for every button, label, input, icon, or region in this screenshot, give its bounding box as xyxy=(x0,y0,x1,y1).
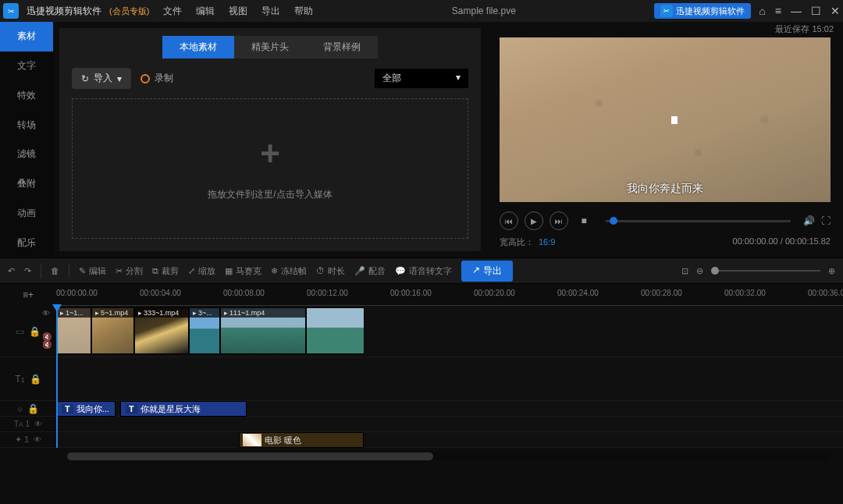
horizontal-scrollbar[interactable] xyxy=(67,453,831,460)
tab-intros[interactable]: 精美片头 xyxy=(234,36,306,59)
filter-clip[interactable]: 电影 暖色 xyxy=(239,432,364,448)
subtitle-track-body[interactable] xyxy=(56,357,843,400)
tab-backgrounds[interactable]: 背景样例 xyxy=(306,36,378,59)
aspect-ratio[interactable]: 16:9 xyxy=(539,237,555,247)
mosaic-button[interactable]: ▦ 马赛克 xyxy=(225,265,261,277)
import-button[interactable]: ↻ 导入 ▾ xyxy=(72,68,131,89)
menu-help[interactable]: 帮助 xyxy=(294,5,313,18)
cat-music[interactable]: 配乐 xyxy=(0,228,53,257)
freeze-button[interactable]: ❄ 冻结帧 xyxy=(271,265,307,277)
zoom-slider[interactable] xyxy=(711,270,820,272)
fx-track-head: ✦ 1 👁 xyxy=(0,432,56,447)
text-icon[interactable]: ⟐ xyxy=(17,403,23,414)
fit-button[interactable]: ⊡ xyxy=(681,266,688,276)
subtitle-icon[interactable]: T1 xyxy=(15,374,24,385)
category-sidebar: 素材 文字 特效 转场 滤镜 叠附 动画 配乐 xyxy=(0,22,53,257)
cat-transition[interactable]: 转场 xyxy=(0,110,53,140)
text-label-head: TA 1 👁 xyxy=(0,417,56,431)
timeline: ≡+ 00:00:00.0000:00:04.0000:00:08.0000:0… xyxy=(0,284,843,460)
play-controls: ⏮ ▶ ⏭ ■ 🔊 ⛶ xyxy=(500,211,831,230)
ruler-tick: 00:00:12.00 xyxy=(307,289,348,297)
prev-frame-button[interactable]: ⏮ xyxy=(500,211,518,230)
duration-button[interactable]: ⏱ 时长 xyxy=(316,265,345,277)
add-track-button[interactable]: ≡+ xyxy=(14,286,42,304)
update-chip[interactable]: ✂ 迅捷视频剪辑软件 xyxy=(654,3,751,19)
cat-filter[interactable]: 滤镜 xyxy=(0,140,53,169)
mute-icon[interactable]: 🔇 xyxy=(42,340,52,349)
eye-icon[interactable]: 👁 xyxy=(34,435,41,444)
video-clip[interactable]: ▸3~... xyxy=(189,307,220,354)
stt-button[interactable]: 💬 语音转文字 xyxy=(395,265,452,277)
scale-button[interactable]: ⤢ 缩放 xyxy=(188,265,215,277)
timeline-ruler[interactable]: ≡+ 00:00:00.0000:00:04.0000:00:08.0000:0… xyxy=(0,284,843,306)
subject-marker xyxy=(671,116,678,124)
progress-bar[interactable] xyxy=(606,220,791,222)
maximize-icon[interactable]: ☐ xyxy=(811,5,821,17)
video-clip[interactable] xyxy=(306,307,365,354)
ruler-tick: 00:00:04.00 xyxy=(140,289,181,297)
video-track: ▭ 🔒 👁 🔇 ▸1~1...▸5~1.mp4▸333~1.mp4▸3~...▸… xyxy=(0,306,843,357)
text-track-head: ⟐ 🔒 xyxy=(0,401,56,416)
video-clip[interactable]: ▸333~1.mp4 xyxy=(134,307,189,354)
import-row: ↻ 导入 ▾ 录制 全部 ▾ xyxy=(72,68,468,89)
filter-dropdown[interactable]: 全部 ▾ xyxy=(375,69,468,88)
home-icon[interactable]: ⌂ xyxy=(759,5,765,17)
text-track: ⟐ 🔒 T我向你...T你就是星辰大海 xyxy=(0,401,843,417)
redo-button[interactable]: ↷ xyxy=(24,266,31,276)
menu-export[interactable]: 导出 xyxy=(261,5,280,18)
close-icon[interactable]: ✕ xyxy=(831,5,840,17)
export-button[interactable]: ↗ 导出 xyxy=(461,261,513,282)
cat-overlay[interactable]: 叠附 xyxy=(0,169,53,199)
stop-button[interactable]: ■ xyxy=(574,211,593,230)
menu-edit[interactable]: 编辑 xyxy=(196,5,215,18)
play-button[interactable]: ▶ xyxy=(525,211,543,230)
tab-local[interactable]: 本地素材 xyxy=(162,36,234,59)
menu-icon[interactable]: ≡ xyxy=(775,5,781,17)
video-clip[interactable]: ▸5~1.mp4 xyxy=(91,307,134,354)
text-track-body[interactable]: T我向你...T你就是星辰大海 xyxy=(56,401,843,416)
delete-button[interactable]: 🗑 xyxy=(51,266,59,275)
zoom-thumb[interactable] xyxy=(711,267,719,275)
time-current: 00:00:00.00 xyxy=(733,236,778,246)
menu-view[interactable]: 视图 xyxy=(229,5,247,18)
subtitle-track-head: T1 🔒 👁 🔇 xyxy=(0,357,56,400)
fullscreen-icon[interactable]: ⛶ xyxy=(821,215,831,226)
video-clip[interactable]: ▸1~1... xyxy=(56,307,91,354)
ruler-tick: 00:00:36.00 xyxy=(808,289,843,297)
next-frame-button[interactable]: ⏭ xyxy=(550,211,568,230)
cat-fx[interactable]: 特效 xyxy=(0,81,53,111)
ruler-tick: 00:00:20.00 xyxy=(474,289,515,297)
volume-icon[interactable]: 🔊 xyxy=(803,215,815,226)
undo-button[interactable]: ↶ xyxy=(8,266,15,276)
dub-button[interactable]: 🎤 配音 xyxy=(354,265,386,277)
lock-icon[interactable]: 🔒 xyxy=(27,403,39,414)
mute-icon[interactable]: 🔇 xyxy=(42,332,52,341)
preview-video[interactable]: 我向你奔赴而来 xyxy=(500,37,831,202)
cat-animation[interactable]: 动画 xyxy=(0,199,53,229)
lock-icon[interactable]: 🔒 xyxy=(30,374,41,385)
scrollbar-thumb[interactable] xyxy=(67,453,433,460)
progress-thumb[interactable] xyxy=(610,217,617,225)
fx-track-body[interactable]: 电影 暖色 xyxy=(56,432,843,447)
text-clip[interactable]: T你就是星辰大海 xyxy=(120,401,247,417)
minimize-icon[interactable]: — xyxy=(791,5,802,17)
zoom-in-button[interactable]: ⊕ xyxy=(828,266,835,276)
video-clip[interactable]: ▸111~1.mp4 xyxy=(220,307,306,354)
cat-media[interactable]: 素材 xyxy=(0,22,53,51)
record-button[interactable]: 录制 xyxy=(140,72,173,85)
cat-text[interactable]: 文字 xyxy=(0,51,53,81)
video-icon[interactable]: ▭ xyxy=(16,326,24,337)
zoom-out-button[interactable]: ⊖ xyxy=(696,266,703,276)
drop-zone[interactable]: + 拖放文件到这里/点击导入媒体 xyxy=(72,98,468,239)
playhead[interactable] xyxy=(56,306,58,448)
text-clip[interactable]: T我向你... xyxy=(56,401,116,417)
split-button[interactable]: ✂ 分割 xyxy=(116,265,143,277)
timeline-toolbar: ↶ ↷ 🗑 ✎ 编辑 ✂ 分割 ⧉ 裁剪 ⤢ 缩放 ▦ 马赛克 ❄ 冻结帧 ⏱ … xyxy=(0,257,843,284)
crop-button[interactable]: ⧉ 裁剪 xyxy=(152,265,179,277)
eye-icon[interactable]: 👁 xyxy=(42,309,50,318)
edit-button[interactable]: ✎ 编辑 xyxy=(79,265,106,277)
eye-icon[interactable]: 👁 xyxy=(34,420,42,428)
menu-file[interactable]: 文件 xyxy=(163,5,182,18)
video-track-body[interactable]: ▸1~1...▸5~1.mp4▸333~1.mp4▸3~...▸111~1.mp… xyxy=(56,306,843,357)
lock-icon[interactable]: 🔒 xyxy=(29,326,41,337)
